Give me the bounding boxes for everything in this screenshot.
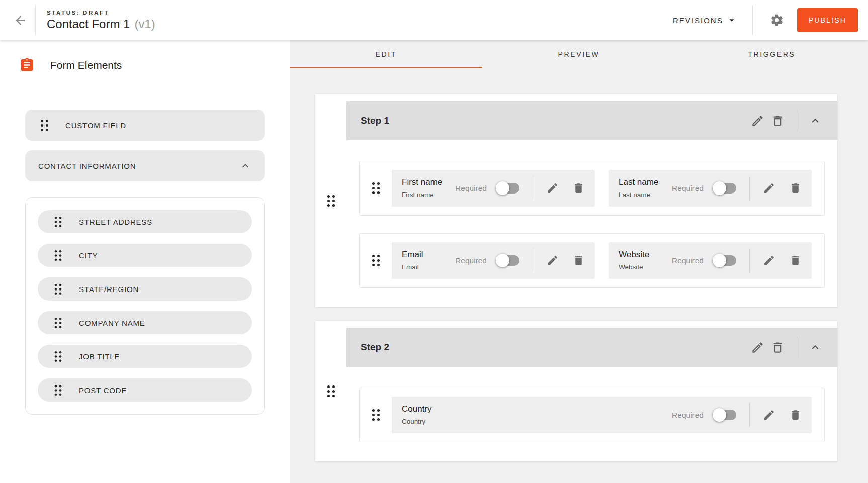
- sidebar-field-label: CITY: [79, 251, 98, 260]
- edit-icon: [763, 409, 775, 421]
- field-row: Email Email Required Website Website Req…: [359, 233, 825, 288]
- custom-field-element[interactable]: CUSTOM FIELD: [25, 110, 265, 141]
- clipboard-icon: [19, 57, 35, 73]
- row-drag-handle-icon[interactable]: [372, 182, 380, 194]
- active-tab-underline: [290, 67, 482, 68]
- edit-step-button[interactable]: [747, 111, 767, 131]
- contact-information-group[interactable]: CONTACT INFORMATION: [25, 150, 265, 181]
- gear-icon: [770, 13, 784, 27]
- sidebar-item-state-region[interactable]: STATE/REGION: [38, 277, 252, 301]
- delete-field-button[interactable]: [786, 251, 805, 271]
- field-row: First name First name Required Last name…: [359, 161, 825, 216]
- sidebar-field-label: STATE/REGION: [79, 285, 139, 294]
- field-sublabel: Email: [402, 262, 423, 272]
- divider: [533, 249, 533, 273]
- custom-field-label: CUSTOM FIELD: [65, 121, 126, 130]
- sidebar-field-label: STREET ADDRESS: [79, 218, 152, 226]
- required-label: Required: [672, 184, 704, 193]
- row-drag-handle-icon[interactable]: [372, 255, 380, 266]
- edit-field-button[interactable]: [543, 178, 562, 199]
- drag-handle-icon[interactable]: [55, 250, 62, 260]
- tab-preview[interactable]: PREVIEW: [482, 40, 675, 68]
- required-toggle[interactable]: [496, 254, 521, 267]
- chevron-up-icon: [809, 341, 822, 354]
- field-sublabel: Country: [402, 417, 665, 427]
- drag-handle-icon[interactable]: [41, 120, 48, 131]
- chevron-up-icon: [809, 114, 822, 127]
- chevron-up-icon[interactable]: [239, 160, 251, 172]
- edit-field-button[interactable]: [543, 251, 562, 271]
- publish-button[interactable]: PUBLISH: [797, 8, 858, 32]
- revisions-button[interactable]: REVISIONS: [673, 15, 737, 26]
- sidebar-item-company-name[interactable]: COMPANY NAME: [38, 311, 252, 334]
- trash-icon: [789, 254, 802, 267]
- step-header: Step 2: [346, 328, 837, 367]
- trash-icon: [771, 341, 785, 354]
- edit-icon: [751, 341, 764, 354]
- main-panel: EDIT PREVIEW TRIGGERS Step 1: [290, 40, 868, 483]
- edit-icon: [763, 182, 775, 195]
- divider: [797, 337, 797, 358]
- step-drag-handle-icon[interactable]: [327, 385, 335, 397]
- page-title: Contact Form 1: [47, 17, 130, 31]
- trash-icon: [572, 182, 585, 195]
- divider: [35, 6, 36, 35]
- contact-information-items: STREET ADDRESS CITY STATE/REGION COMPANY…: [25, 197, 265, 415]
- field-label: Website: [619, 249, 649, 261]
- edit-field-button[interactable]: [759, 178, 778, 199]
- delete-field-button[interactable]: [569, 178, 588, 199]
- edit-icon: [546, 254, 559, 267]
- required-label: Required: [672, 256, 704, 265]
- trash-icon: [789, 182, 802, 195]
- revisions-label: REVISIONS: [673, 16, 723, 25]
- step-card-2: Step 2: [315, 321, 837, 461]
- drag-handle-icon[interactable]: [55, 384, 62, 395]
- delete-field-button[interactable]: [786, 178, 805, 199]
- sidebar-item-post-code[interactable]: POST CODE: [38, 378, 252, 402]
- drag-handle-icon[interactable]: [55, 351, 62, 361]
- edit-icon: [763, 254, 775, 267]
- row-drag-handle-icon[interactable]: [372, 409, 380, 421]
- required-toggle[interactable]: [496, 181, 521, 195]
- step-header: Step 1: [346, 101, 837, 140]
- drag-handle-icon[interactable]: [55, 216, 62, 227]
- caret-down-icon: [726, 15, 737, 26]
- sidebar-field-label: JOB TITLE: [79, 352, 120, 361]
- step-title: Step 1: [361, 115, 747, 126]
- sidebar-item-street-address[interactable]: STREET ADDRESS: [38, 210, 252, 233]
- required-label: Required: [455, 256, 487, 265]
- required-toggle[interactable]: [713, 254, 738, 267]
- sidebar-item-job-title[interactable]: JOB TITLE: [38, 345, 252, 368]
- sidebar-item-city[interactable]: CITY: [38, 244, 252, 267]
- back-button[interactable]: [7, 7, 33, 33]
- divider: [752, 6, 753, 35]
- required-toggle[interactable]: [713, 408, 738, 422]
- delete-field-button[interactable]: [786, 405, 805, 425]
- top-bar: STATUS: DRAFT Contact Form 1 (v1) REVISI…: [0, 0, 868, 40]
- divider: [749, 249, 750, 273]
- field-card-website: Website Website Required: [609, 242, 812, 279]
- edit-field-button[interactable]: [759, 251, 778, 271]
- required-toggle[interactable]: [713, 181, 738, 195]
- tab-edit[interactable]: EDIT: [290, 40, 482, 68]
- drag-handle-icon[interactable]: [55, 283, 62, 294]
- drag-handle-icon[interactable]: [55, 317, 62, 328]
- settings-button[interactable]: [766, 9, 788, 31]
- delete-step-button[interactable]: [767, 337, 788, 357]
- form-elements-sidebar: Form Elements CUSTOM FIELD CONTACT INFOR…: [0, 40, 290, 483]
- field-card-first-name: First name First name Required: [392, 170, 595, 207]
- field-sublabel: Last name: [619, 190, 658, 200]
- field-sublabel: First name: [402, 190, 442, 200]
- delete-field-button[interactable]: [569, 251, 588, 271]
- step-drag-handle-icon[interactable]: [327, 195, 335, 207]
- collapse-step-button[interactable]: [805, 111, 825, 131]
- edit-field-button[interactable]: [759, 405, 778, 425]
- collapse-step-button[interactable]: [805, 337, 825, 357]
- delete-step-button[interactable]: [767, 111, 788, 131]
- step-title: Step 2: [361, 342, 747, 353]
- form-canvas: Step 1: [290, 68, 868, 483]
- tab-bar: EDIT PREVIEW TRIGGERS: [290, 40, 868, 68]
- edit-step-button[interactable]: [747, 337, 767, 357]
- tab-triggers[interactable]: TRIGGERS: [675, 40, 868, 68]
- sidebar-title: Form Elements: [50, 59, 122, 71]
